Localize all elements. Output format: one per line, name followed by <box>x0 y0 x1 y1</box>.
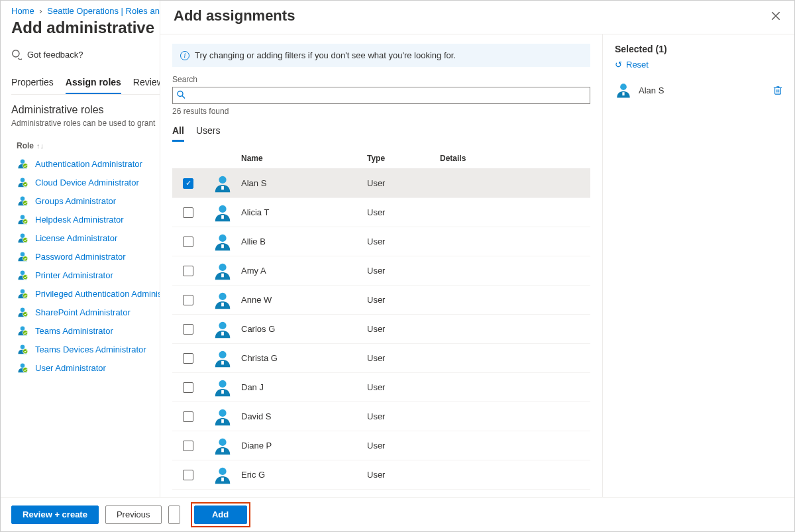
info-icon: i <box>180 51 189 60</box>
user-row[interactable]: Amy AUser <box>172 256 590 286</box>
role-link[interactable]: Helpdesk Administrator <box>35 215 124 225</box>
user-avatar-icon <box>213 290 233 310</box>
user-row[interactable]: Anne WUser <box>172 286 590 315</box>
col-name[interactable]: Name <box>241 154 367 163</box>
role-icon <box>17 306 28 318</box>
role-link[interactable]: Privileged Authentication Administ <box>35 289 164 299</box>
previous-button[interactable]: Previous <box>105 505 162 524</box>
row-type: User <box>367 382 440 392</box>
role-icon <box>17 343 28 355</box>
user-row[interactable]: Carlos GUser <box>172 315 590 344</box>
review-create-button[interactable]: Review + create <box>11 505 99 524</box>
user-avatar-icon <box>213 174 233 193</box>
row-checkbox[interactable] <box>183 207 193 218</box>
user-avatar-icon <box>615 81 632 99</box>
close-icon[interactable] <box>770 11 781 21</box>
role-icon <box>17 176 28 188</box>
trash-icon[interactable] <box>773 85 782 95</box>
selected-item: Alan S <box>615 81 782 99</box>
col-type[interactable]: Type <box>367 154 440 163</box>
tab-assign-roles[interactable]: Assign roles <box>66 73 121 94</box>
tab-review[interactable]: Review <box>133 73 164 94</box>
role-icon <box>17 232 28 244</box>
row-name: Christa G <box>241 353 367 363</box>
role-link[interactable]: Teams Administrator <box>35 326 113 336</box>
footer-bar: Review + create Previous Add <box>1 497 794 531</box>
role-column-label: Role <box>17 141 34 150</box>
user-row[interactable]: Alicia TUser <box>172 198 590 227</box>
tab-properties[interactable]: Properties <box>11 73 54 94</box>
sort-arrow-icon: ↑↓ <box>36 142 44 150</box>
row-checkbox[interactable] <box>183 353 193 364</box>
undo-icon: ↻ <box>615 60 622 70</box>
row-type: User <box>367 470 440 480</box>
user-avatar-icon <box>213 407 233 427</box>
user-row[interactable]: David SUser <box>172 402 590 431</box>
role-icon <box>17 288 28 299</box>
search-label: Search <box>172 75 590 84</box>
breadcrumb-home[interactable]: Home <box>11 6 34 16</box>
role-link[interactable]: Cloud Device Administrator <box>35 178 139 187</box>
row-checkbox[interactable] <box>183 470 193 480</box>
row-type: User <box>367 266 440 276</box>
user-avatar-icon <box>213 378 233 398</box>
row-name: Alan S <box>241 178 367 188</box>
user-row[interactable]: Eric GUser <box>172 460 590 490</box>
type-tab-all[interactable]: All <box>172 125 184 142</box>
type-tab-users[interactable]: Users <box>196 125 221 142</box>
role-icon <box>17 158 28 170</box>
type-tabs: AllUsers <box>172 125 590 142</box>
role-icon <box>17 195 28 207</box>
row-checkbox[interactable] <box>183 295 193 305</box>
role-link[interactable]: User Administrator <box>35 363 106 373</box>
reset-link[interactable]: ↻ Reset <box>615 60 782 70</box>
row-name: Alicia T <box>241 207 367 217</box>
row-checkbox[interactable] <box>183 237 193 247</box>
row-checkbox[interactable] <box>183 441 193 451</box>
row-name: Dan J <box>241 382 367 392</box>
user-row[interactable]: Christa GUser <box>172 344 590 373</box>
feedback-icon <box>11 49 22 60</box>
breadcrumb-parent[interactable]: Seattle Operations | Roles and <box>47 6 164 16</box>
user-row[interactable]: Diane PUser <box>172 431 590 460</box>
user-avatar-icon <box>213 436 233 456</box>
role-link[interactable]: Printer Administrator <box>35 270 113 280</box>
user-row[interactable]: Alan SUser <box>172 169 590 198</box>
user-avatar-icon <box>213 465 233 485</box>
result-count: 26 results found <box>172 107 590 116</box>
row-checkbox[interactable] <box>183 324 193 335</box>
col-details[interactable]: Details <box>440 154 590 163</box>
user-row[interactable]: Dan JUser <box>172 373 590 402</box>
role-link[interactable]: Authentication Administrator <box>35 159 142 169</box>
row-checkbox[interactable] <box>183 411 193 422</box>
user-avatar-icon <box>213 261 233 281</box>
role-icon <box>17 250 28 262</box>
row-name: David S <box>241 411 367 421</box>
user-avatar-icon <box>213 203 233 223</box>
row-checkbox[interactable] <box>183 382 193 393</box>
role-icon <box>17 213 28 225</box>
search-input[interactable] <box>172 87 590 104</box>
role-icon <box>17 325 28 337</box>
role-link[interactable]: Groups Administrator <box>35 196 116 206</box>
role-link[interactable]: Teams Devices Administrator <box>35 345 146 354</box>
role-link[interactable]: Password Administrator <box>35 252 126 262</box>
row-type: User <box>367 207 440 217</box>
role-link[interactable]: SharePoint Administrator <box>35 307 131 317</box>
row-name: Amy A <box>241 266 367 276</box>
row-type: User <box>367 411 440 421</box>
selected-heading: Selected (1) <box>615 44 782 54</box>
panel-title: Add assignments <box>174 7 295 25</box>
add-button[interactable]: Add <box>194 505 247 524</box>
user-row[interactable]: Allie BUser <box>172 227 590 256</box>
role-icon <box>17 269 28 281</box>
row-checkbox[interactable] <box>183 266 193 276</box>
row-name: Anne W <box>241 295 367 305</box>
role-icon <box>17 362 28 374</box>
next-button-truncated[interactable] <box>168 505 180 524</box>
role-link[interactable]: License Administrator <box>35 233 117 243</box>
info-text: Try changing or adding filters if you do… <box>195 50 456 60</box>
row-checkbox[interactable] <box>183 178 193 189</box>
row-type: User <box>367 237 440 246</box>
results-grid-scroll[interactable]: Name Type Details Alan SUserAlicia TUser… <box>172 148 590 497</box>
